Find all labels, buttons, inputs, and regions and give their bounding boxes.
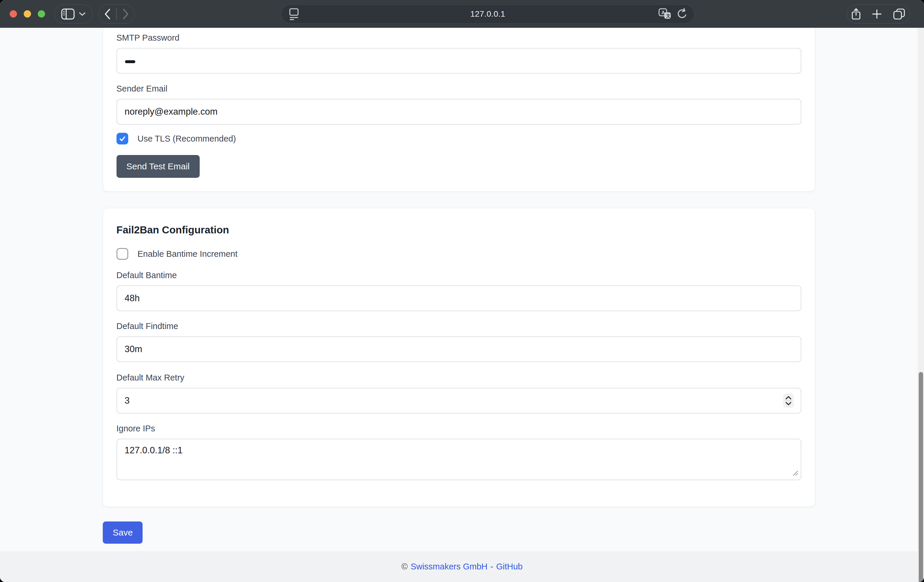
scrollbar-track[interactable] bbox=[917, 28, 924, 582]
close-window-button[interactable] bbox=[10, 10, 17, 18]
resize-handle-icon[interactable] bbox=[792, 470, 799, 478]
url-text: 127.0.0.1 bbox=[470, 9, 505, 19]
copyright-symbol: © bbox=[401, 562, 408, 572]
send-test-email-button[interactable]: Send Test Email bbox=[117, 155, 200, 178]
default-bantime-label: Default Bantime bbox=[117, 270, 801, 280]
sidebar-icon bbox=[61, 8, 75, 20]
ignore-ips-label: Ignore IPs bbox=[117, 424, 801, 433]
scrollbar-thumb[interactable] bbox=[919, 372, 923, 582]
smtp-password-input[interactable] bbox=[117, 48, 801, 74]
default-findtime-label: Default Findtime bbox=[117, 321, 801, 331]
ignore-ips-textarea[interactable]: 127.0.0.1/8 ::1 bbox=[117, 439, 801, 480]
fail2ban-title: Fail2Ban Configuration bbox=[117, 224, 801, 236]
number-stepper[interactable] bbox=[783, 394, 794, 408]
default-findtime-input[interactable] bbox=[117, 336, 801, 362]
page-footer: © Swissmakers GmbH - GitHub bbox=[0, 551, 924, 582]
navigation-group bbox=[98, 4, 135, 24]
stepper-up-icon bbox=[785, 396, 791, 400]
enable-bantime-checkbox[interactable] bbox=[117, 248, 128, 260]
address-bar[interactable]: 127.0.0.1 A 文 bbox=[281, 4, 695, 24]
use-tls-checkbox[interactable] bbox=[117, 133, 128, 145]
browser-window: 127.0.0.1 A 文 bbox=[0, 0, 924, 582]
sender-email-input[interactable] bbox=[117, 99, 801, 125]
traffic-lights bbox=[10, 10, 45, 18]
default-bantime-input[interactable] bbox=[117, 286, 801, 311]
default-max-retry-label: Default Max Retry bbox=[117, 373, 801, 383]
default-max-retry-input[interactable] bbox=[117, 388, 801, 414]
enable-bantime-row: Enable Bantime Increment bbox=[117, 248, 801, 260]
smtp-password-label: SMTP Password bbox=[117, 33, 801, 43]
translate-icon[interactable]: A 文 bbox=[658, 8, 672, 20]
reload-icon[interactable] bbox=[676, 8, 688, 20]
chevron-down-icon bbox=[79, 12, 86, 16]
smtp-settings-card: SMTP Password Sender Email Use TLS (Reco… bbox=[103, 28, 815, 192]
tab-overview-icon[interactable] bbox=[893, 8, 905, 20]
footer-separator: - bbox=[490, 562, 493, 572]
use-tls-label: Use TLS (Recommended) bbox=[138, 134, 236, 144]
forward-button[interactable] bbox=[117, 5, 134, 23]
github-link[interactable]: GitHub bbox=[496, 562, 523, 572]
window-actions-group bbox=[847, 4, 910, 24]
checkmark-icon bbox=[119, 135, 126, 142]
svg-text:文: 文 bbox=[666, 13, 670, 18]
use-tls-row: Use TLS (Recommended) bbox=[117, 133, 801, 145]
enable-bantime-label: Enable Bantime Increment bbox=[138, 249, 238, 259]
minimize-window-button[interactable] bbox=[24, 10, 31, 18]
zoom-window-button[interactable] bbox=[38, 10, 45, 18]
new-tab-icon[interactable] bbox=[872, 9, 882, 19]
page-settings-icon[interactable] bbox=[289, 8, 299, 20]
fail2ban-card: Fail2Ban Configuration Enable Bantime In… bbox=[103, 208, 815, 507]
sender-email-label: Sender Email bbox=[117, 84, 801, 94]
share-icon[interactable] bbox=[851, 8, 861, 20]
company-link[interactable]: Swissmakers GmbH bbox=[411, 562, 487, 572]
save-button[interactable]: Save bbox=[103, 521, 143, 544]
browser-toolbar: 127.0.0.1 A 文 bbox=[0, 0, 924, 28]
back-button[interactable] bbox=[99, 5, 116, 23]
page-viewport: SMTP Password Sender Email Use TLS (Reco… bbox=[0, 28, 924, 582]
stepper-divider bbox=[785, 400, 792, 401]
stepper-down-icon bbox=[785, 402, 791, 405]
sidebar-toggle-group[interactable] bbox=[54, 4, 92, 24]
